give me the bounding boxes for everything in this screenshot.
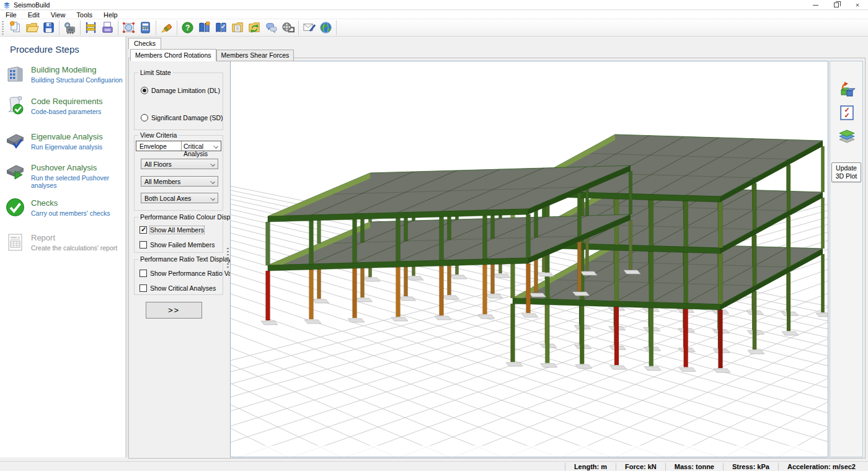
3d-view[interactable]	[230, 61, 828, 457]
toolbar: ? ✓	[0, 19, 868, 37]
status-length: Length: m	[565, 463, 616, 470]
status-stress: Stress: kPa	[723, 463, 778, 470]
step-subtitle: Carry out members' checks	[31, 209, 123, 217]
envelope-label: Envelope	[140, 143, 167, 150]
step-subtitle: Run the selected Pushover analyses	[31, 174, 123, 189]
svg-text:✓: ✓	[221, 23, 226, 30]
svg-text:?: ?	[185, 24, 190, 32]
step-title: Building Modelling	[31, 65, 97, 74]
help-icon[interactable]: ?	[179, 20, 196, 36]
project-files-icon[interactable]	[229, 20, 246, 36]
view-criteria-title: View Criteria	[138, 131, 179, 139]
view-criteria-group: View Criteria Envelope Critical Analysis…	[134, 135, 223, 211]
checks-circle-icon	[5, 197, 25, 218]
tab-checks[interactable]: Checks	[128, 38, 161, 49]
status-bar: Length: m Force: kN Mass: tonne Stress: …	[0, 461, 868, 471]
verification-report-icon[interactable]: ✓	[213, 20, 229, 36]
step-title: Code Requirements	[31, 97, 103, 106]
menu-view[interactable]: View	[45, 11, 71, 19]
procedure-steps-sidebar: Procedure Steps Building Modelling Build…	[0, 37, 125, 457]
tab-members-shear-forces[interactable]: Members Shear Forces	[216, 50, 294, 61]
pushover-chip-icon	[5, 162, 25, 182]
menu-help[interactable]: Help	[98, 11, 123, 19]
checkbox-show-critical-analyses[interactable]: Show Critical Analyses	[140, 284, 216, 292]
main-tab-bar: Checks	[128, 38, 161, 49]
menu-file[interactable]: File	[0, 11, 22, 19]
save-project-icon[interactable]	[40, 20, 57, 36]
splitter-grip	[227, 248, 229, 269]
report-doc-icon	[5, 232, 25, 252]
menu-bar: File Edit View Tools Help	[0, 11, 868, 19]
window-title: SeismoBuild	[14, 1, 50, 9]
sub-tab-bar: Members Chord RotationsMembers Shear For…	[130, 49, 294, 61]
plot-tools-strip: ✓✓ Update 3D Plot	[830, 61, 863, 457]
checkbox-show-failed-members[interactable]: Show Failed Members	[140, 241, 215, 249]
checkbox-box	[140, 226, 147, 234]
deformed-shape-icon[interactable]	[839, 81, 855, 97]
performance-colour-group: Performance Ratio Colour Display Show Al…	[134, 217, 223, 253]
floors-dropdown[interactable]: All Floors	[141, 159, 218, 169]
display-options-icon[interactable]	[158, 20, 175, 36]
new-project-icon[interactable]	[7, 20, 24, 36]
analysis-type-combo[interactable]: Envelope Critical Analysis	[136, 141, 221, 151]
step-title: Pushover Analysis	[31, 163, 97, 172]
step-title: Checks	[31, 198, 58, 208]
seismobuild-window: { "window": { "title": "SeismoBuild" }, …	[0, 0, 868, 471]
radio-damage-limitation[interactable]: Damage Limitation (DL)	[141, 87, 220, 94]
title-bar: SeismoBuild ×	[0, 0, 868, 10]
status-mass: Mass: tonne	[665, 463, 723, 470]
tab-members-chord-rotations[interactable]: Members Chord Rotations	[130, 49, 216, 61]
svg-text:✓: ✓	[844, 112, 849, 119]
user-manual-icon[interactable]	[196, 20, 213, 36]
print-report-icon[interactable]	[99, 20, 116, 36]
frame-elements-icon[interactable]	[82, 20, 99, 36]
chevron-down-icon	[210, 179, 215, 184]
building-icon	[5, 64, 25, 84]
status-force: Force: kN	[616, 463, 665, 470]
radio-dot	[141, 114, 148, 121]
restore-button[interactable]	[826, 0, 847, 10]
3d-model-canvas	[231, 61, 828, 457]
members-dropdown[interactable]: All Members	[141, 176, 218, 187]
step-subtitle: Run Eigenvalue analysis	[31, 143, 123, 151]
website-icon[interactable]	[317, 20, 334, 36]
update-3d-plot-button[interactable]: Update 3D Plot	[831, 162, 861, 182]
eigenvalue-chip-icon	[5, 131, 25, 151]
performance-text-group: Performance Ratio Text Display Show Perf…	[134, 259, 223, 295]
checkbox-show-all-members[interactable]: Show All Members	[140, 226, 204, 234]
panel-splitter[interactable]	[226, 58, 230, 458]
model-viewer-icon[interactable]	[120, 20, 137, 36]
radio-dot	[141, 87, 148, 94]
step-title: Eigenvalue Analysis	[31, 132, 103, 141]
minimize-button[interactable]	[805, 0, 826, 10]
sidebar-title: Procedure Steps	[10, 44, 79, 55]
checkbox-box	[140, 284, 147, 292]
layers-icon[interactable]	[839, 128, 855, 144]
calculator-icon[interactable]	[137, 20, 154, 36]
processor-settings-icon[interactable]	[61, 20, 78, 36]
expand-button[interactable]: >>	[146, 302, 202, 319]
step-title: Report	[31, 233, 55, 242]
chevron-down-icon	[210, 196, 215, 201]
refresh-project-icon[interactable]	[246, 20, 263, 36]
limit-state-group: Limit State Damage Limitation (DL) Signi…	[134, 73, 223, 130]
check-settings-icon[interactable]: ✓✓	[839, 105, 855, 121]
menu-tools[interactable]: Tools	[71, 11, 98, 19]
open-project-icon[interactable]	[24, 20, 40, 36]
limit-state-title: Limit State	[138, 69, 173, 76]
toolbar-grip[interactable]	[2, 21, 4, 35]
chevron-down-icon	[210, 162, 215, 167]
discussion-forum-icon[interactable]	[263, 20, 280, 36]
step-subtitle: Create the calculations' report	[31, 244, 123, 252]
close-button[interactable]: ×	[847, 0, 868, 10]
menu-edit[interactable]: Edit	[22, 11, 45, 19]
email-support-icon[interactable]	[301, 20, 317, 36]
status-acceleration: Acceleration: m/sec2	[778, 463, 864, 470]
app-icon	[3, 1, 11, 9]
radio-significant-damage[interactable]: Significant Damage (SD)	[141, 114, 223, 121]
checkbox-box	[140, 270, 147, 277]
axes-dropdown[interactable]: Both Local Axes	[141, 193, 218, 203]
video-tutorials-icon[interactable]	[280, 20, 296, 36]
checkbox-box	[140, 241, 147, 249]
step-subtitle: Building Structural Configuarion	[31, 76, 123, 84]
